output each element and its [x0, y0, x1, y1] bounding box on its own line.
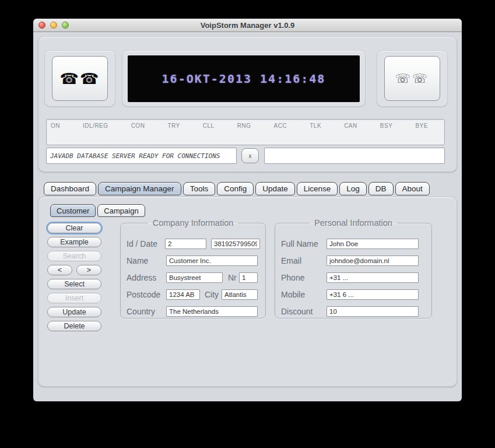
- address-label: Address: [127, 273, 156, 282]
- discount-field[interactable]: [327, 306, 419, 317]
- prev-button[interactable]: <: [47, 265, 72, 275]
- status-label-tlk: TLK: [310, 123, 321, 145]
- customer-date-field[interactable]: [211, 239, 260, 249]
- status-label-on: ON: [51, 123, 60, 145]
- full-name-label: Full Name: [281, 239, 318, 249]
- email-field[interactable]: [327, 256, 419, 266]
- tab-about[interactable]: About: [395, 182, 430, 195]
- mobile-field[interactable]: [327, 289, 419, 300]
- email-label: Email: [281, 256, 301, 265]
- example-button[interactable]: Example: [47, 237, 101, 247]
- campaign-manager-panel: Customer Campaign Clear Example Search <…: [38, 197, 457, 387]
- hangup-button-holder: ☎☎: [44, 50, 115, 107]
- dial-button[interactable]: ☏☏: [384, 56, 440, 101]
- full-name-field[interactable]: [327, 239, 419, 249]
- name-label: Name: [127, 256, 148, 265]
- select-button[interactable]: Select: [47, 279, 101, 289]
- dial-button-holder: ☏☏: [377, 50, 448, 107]
- status-label-con: CON: [131, 123, 145, 145]
- clock-display: 16-OKT-2013 14:16:48: [162, 72, 326, 86]
- address-field[interactable]: [166, 272, 223, 283]
- company-information-group: Company Information Id / Date Name Addre…: [120, 218, 266, 318]
- hangup-button[interactable]: ☎☎: [52, 56, 108, 101]
- phones-filled-icon: ☎☎: [60, 70, 100, 88]
- subtab-campaign[interactable]: Campaign: [97, 204, 145, 217]
- lcd-holder: 16-OKT-2013 14:16:48: [122, 50, 366, 107]
- phone-label: Phone: [281, 273, 304, 282]
- update-button[interactable]: Update: [47, 307, 101, 317]
- postcode-field[interactable]: [166, 289, 200, 300]
- secondary-message-field[interactable]: [264, 148, 445, 164]
- window-title: VoipStorm Manager v1.0.9: [33, 21, 462, 30]
- discount-label: Discount: [281, 307, 313, 316]
- status-label-can: CAN: [344, 123, 357, 145]
- status-label-rng: RNG: [237, 123, 251, 145]
- title-bar[interactable]: VoipStorm Manager v1.0.9: [33, 19, 462, 32]
- tab-log[interactable]: Log: [339, 182, 367, 195]
- tab-config[interactable]: Config: [217, 182, 254, 195]
- main-tab-bar: Dashboard Campaign Manager Tools Config …: [44, 182, 430, 195]
- personal-information-legend: Personal Information: [310, 218, 397, 228]
- tab-license[interactable]: License: [297, 182, 338, 195]
- tab-update[interactable]: Update: [255, 182, 295, 195]
- clear-button[interactable]: Clear: [47, 223, 101, 233]
- postcode-label: Postcode: [127, 290, 160, 299]
- sub-tab-bar: Customer Campaign: [50, 204, 145, 217]
- status-label-idlreg: IDL/REG: [83, 123, 108, 145]
- street-number-field[interactable]: [239, 272, 258, 283]
- dialer-panel: ☎☎ 16-OKT-2013 14:16:48 ☏☏ ON IDL/REG CO…: [38, 36, 457, 172]
- delete-button[interactable]: Delete: [47, 321, 101, 331]
- phone-field[interactable]: [327, 272, 419, 283]
- tab-tools[interactable]: Tools: [183, 182, 216, 195]
- mobile-label: Mobile: [281, 290, 305, 299]
- id-date-label: Id / Date: [127, 239, 157, 249]
- status-label-bsy: BSY: [380, 123, 393, 145]
- nr-label: Nr: [228, 273, 237, 282]
- status-label-acc: ACC: [274, 123, 287, 145]
- country-field[interactable]: [166, 306, 258, 317]
- app-window: VoipStorm Manager v1.0.9 ☎☎ 16-OKT-2013 …: [33, 19, 462, 401]
- personal-information-group: Personal Information Full Name Email Pho…: [275, 218, 432, 318]
- tab-db[interactable]: DB: [368, 182, 394, 195]
- log-message-field[interactable]: [46, 148, 237, 164]
- phones-outline-icon: ☏☏: [395, 72, 430, 86]
- status-label-try: TRY: [167, 123, 180, 145]
- customer-id-field[interactable]: [165, 239, 206, 249]
- insert-button[interactable]: Insert: [47, 293, 101, 303]
- city-field[interactable]: [222, 289, 258, 300]
- tab-dashboard[interactable]: Dashboard: [44, 182, 96, 195]
- search-button[interactable]: Search: [47, 251, 101, 261]
- city-label: City: [205, 290, 219, 299]
- next-button[interactable]: >: [76, 265, 101, 275]
- line-status-strip: ON IDL/REG CON TRY CLL RNG ACC TLK CAN B…: [46, 119, 445, 145]
- clear-log-button[interactable]: x: [241, 148, 259, 163]
- status-label-cll: CLL: [203, 123, 215, 145]
- status-label-bye: BYE: [415, 123, 428, 145]
- tab-campaign-manager[interactable]: Campaign Manager: [98, 182, 181, 195]
- country-label: Country: [127, 307, 155, 316]
- company-name-field[interactable]: [166, 256, 258, 266]
- subtab-customer[interactable]: Customer: [50, 204, 96, 217]
- company-information-legend: Company Information: [148, 218, 238, 228]
- lcd-screen: 16-OKT-2013 14:16:48: [128, 55, 360, 102]
